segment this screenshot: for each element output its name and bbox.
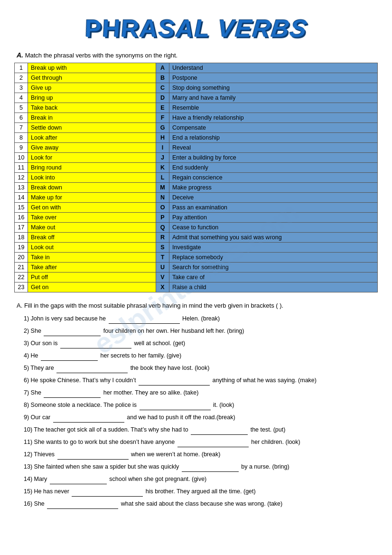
match-letter: R <box>156 233 169 243</box>
synonym: Replace somebody <box>169 253 378 263</box>
table-row: 15 Get on with O Pass an examination <box>15 203 378 213</box>
row-number: 5 <box>15 103 28 113</box>
fill-blank[interactable] <box>177 437 249 447</box>
match-letter: K <box>156 163 169 173</box>
phrasal-verb: Take in <box>28 253 156 263</box>
fill-blank[interactable] <box>182 462 239 472</box>
match-letter: Q <box>156 223 169 233</box>
match-letter: O <box>156 203 169 213</box>
fill-blank[interactable] <box>53 413 124 423</box>
synonym: Take care of <box>169 273 378 282</box>
phrasal-verb: Break in <box>28 113 156 123</box>
row-number: 1 <box>15 63 28 73</box>
match-letter: P <box>156 213 169 223</box>
synonym: Raise a child <box>169 282 378 292</box>
row-number: 18 <box>15 233 28 243</box>
synonym: End a relationship <box>169 133 378 143</box>
fill-blank[interactable] <box>72 487 143 497</box>
phrasal-verb: Make out <box>28 223 156 233</box>
row-number: 10 <box>15 153 28 163</box>
synonym: Make progress <box>169 183 378 193</box>
synonym: Admit that something you said was wrong <box>169 233 378 243</box>
phrasal-verb: Take back <box>28 103 156 113</box>
fill-blank[interactable] <box>139 376 210 386</box>
synonym: Enter a building by force <box>169 153 378 163</box>
phrasal-verb: Take over <box>28 213 156 223</box>
fill-item: 6) He spoke Chinese. That’s why I couldn… <box>24 376 378 386</box>
match-letter: F <box>156 113 169 123</box>
phrasal-verb: Bring round <box>28 163 156 173</box>
table-row: 4 Bring up D Marry and have a family <box>15 93 378 103</box>
table-row: 8 Look after H End a relationship <box>15 133 378 143</box>
row-number: 2 <box>15 73 28 83</box>
match-letter: D <box>156 93 169 103</box>
table-row: 5 Take back E Resemble <box>15 103 378 113</box>
phrasal-verb: Give away <box>28 143 156 153</box>
row-number: 14 <box>15 193 28 203</box>
row-number: 13 <box>15 183 28 193</box>
row-number: 11 <box>15 163 28 173</box>
fill-blank[interactable] <box>44 326 101 336</box>
fill-blank[interactable] <box>140 400 211 410</box>
fill-blank[interactable] <box>57 450 129 460</box>
table-row: 10 Look for J Enter a building by force <box>15 153 378 163</box>
row-number: 17 <box>15 223 28 233</box>
synonym: Marry and have a family <box>169 93 378 103</box>
fill-blank[interactable] <box>109 314 180 324</box>
synonym: Stop doing something <box>169 83 378 93</box>
synonym: Deceive <box>169 193 378 203</box>
phrasal-verb: Take after <box>28 263 156 273</box>
synonym: Reveal <box>169 143 378 153</box>
match-letter: T <box>156 253 169 263</box>
fill-blank[interactable] <box>60 339 131 348</box>
row-number: 6 <box>15 113 28 123</box>
fill-item: 16) She what she said about the class be… <box>24 499 378 509</box>
match-letter: V <box>156 273 169 282</box>
match-letter: U <box>156 263 169 273</box>
phrasal-verb: Get on <box>28 282 156 292</box>
matching-table: 1 Break up with A Understand 2 Get throu… <box>14 63 378 292</box>
match-letter: J <box>156 153 169 163</box>
synonym: Compensate <box>169 123 378 133</box>
row-number: 7 <box>15 123 28 133</box>
match-letter: B <box>156 73 169 83</box>
table-row: 2 Get through B Postpone <box>15 73 378 83</box>
fill-blank[interactable] <box>41 351 98 361</box>
section-a-instruction: A. Match the phrasal verbs with the syno… <box>17 51 378 59</box>
synonym: Resemble <box>169 103 378 113</box>
fill-item: 12) Thieves when we weren’t at home. (br… <box>24 450 378 460</box>
synonym: End suddenly <box>169 163 378 173</box>
fill-blank[interactable] <box>191 425 248 435</box>
match-letter: A <box>156 63 169 73</box>
synonym: Cease to function <box>169 223 378 233</box>
match-letter: L <box>156 173 169 183</box>
fill-blank[interactable] <box>44 388 101 398</box>
phrasal-verb: Settle down <box>28 123 156 133</box>
fill-blank[interactable] <box>56 363 128 373</box>
row-number: 21 <box>15 263 28 273</box>
fill-item: 5) They are the book they have lost. (lo… <box>24 363 378 373</box>
phrasal-verb: Look after <box>28 133 156 143</box>
row-number: 20 <box>15 253 28 263</box>
phrasal-verb: Look for <box>28 153 156 163</box>
table-row: 7 Settle down G Compensate <box>15 123 378 133</box>
fill-blank[interactable] <box>47 499 118 509</box>
fill-blank[interactable] <box>50 474 107 484</box>
match-letter: N <box>156 193 169 203</box>
fill-item: 11) She wants to go to work but she does… <box>24 437 378 447</box>
fill-instruction: A. Fill in the gaps with the most suitab… <box>17 302 378 309</box>
phrasal-verb: Break off <box>28 233 156 243</box>
row-number: 16 <box>15 213 28 223</box>
phrasal-verb: Break down <box>28 183 156 193</box>
match-letter: X <box>156 282 169 292</box>
table-row: 17 Make out Q Cease to function <box>15 223 378 233</box>
row-number: 4 <box>15 93 28 103</box>
match-letter: S <box>156 243 169 253</box>
fill-item: 15) He has never his brother. They argue… <box>24 487 378 497</box>
fill-item: 3) Our son is well at school. (get) <box>24 339 378 348</box>
table-row: 20 Take in T Replace somebody <box>15 253 378 263</box>
synonym: Pay attention <box>169 213 378 223</box>
row-number: 15 <box>15 203 28 213</box>
fill-item: 14) Mary school when she got pregnant. (… <box>24 474 378 484</box>
fill-item: 7) She her mother. They are so alike. (t… <box>24 388 378 398</box>
